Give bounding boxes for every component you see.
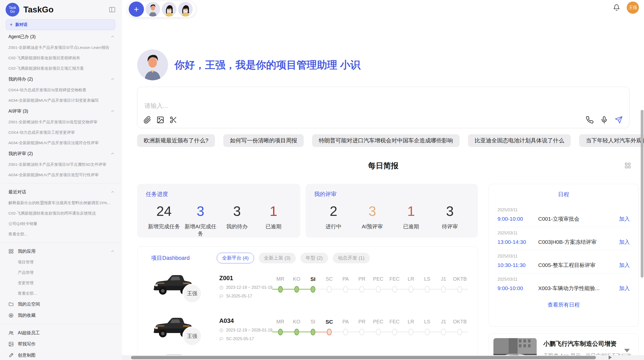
schedule-date: 2025/03/11	[497, 254, 630, 259]
image-upload-icon[interactable]	[156, 116, 164, 124]
sidebar-collapse-icon[interactable]	[109, 6, 116, 13]
sidebar-item-ai-employee[interactable]: AI超级员工	[0, 327, 121, 338]
attachment-icon[interactable]	[143, 116, 151, 124]
tab-model-year[interactable]: 年型 (2)	[300, 253, 328, 263]
suggestion-chip[interactable]: 欧洲新规最近颁布了什么?	[137, 134, 215, 147]
stat-value: 3	[219, 203, 255, 219]
notification-bell-icon[interactable]	[613, 4, 620, 11]
sidebar-item[interactable]: 变更管理	[0, 278, 121, 288]
suggestion-chip[interactable]: 比亚迪全固态电池计划具体说了什么	[468, 134, 571, 147]
schedule-time: 10:30-11:30	[497, 262, 538, 268]
milestone-node	[457, 286, 462, 293]
sidebar-item-creative-draw[interactable]: 创意制图	[0, 350, 121, 360]
stat-label: 待评审	[431, 223, 470, 230]
tab-powertrain[interactable]: 动总开发 (1)	[333, 253, 370, 263]
sidebar-item[interactable]: C0X4-动力总成开发项目SI里程碑提交物检查	[0, 85, 121, 95]
scroll-down-arrow[interactable]	[624, 349, 630, 352]
add-conversation-button[interactable]: +	[129, 2, 144, 17]
user-avatar[interactable]: 王强	[627, 2, 639, 14]
microphone-icon[interactable]	[600, 116, 608, 124]
milestone-node	[376, 286, 381, 293]
my-review-card: 我的评审 2进行中 3AI预评审 1已逾期 3待评审	[305, 184, 478, 238]
sidebar-section-header[interactable]: 我的待办 (2)	[0, 73, 121, 85]
project-dates: 2023-12-19 ~ 2027-01-19	[226, 285, 272, 290]
sidebar-item-help-write[interactable]: 帮我写作	[0, 338, 121, 350]
suggestion-chip[interactable]: 当下年轻人对汽车外观有怎样的喜好趋势	[579, 134, 644, 147]
sidebar-item-cloud-space[interactable]: 我的云空间	[0, 298, 121, 310]
suggestion-chip[interactable]: 如何写一份清晰的项目周报	[223, 134, 304, 147]
stat-label: 我的待办	[219, 223, 255, 230]
avatar[interactable]	[162, 2, 177, 17]
sidebar-item-my-apps[interactable]: 我的应用	[0, 246, 121, 257]
project-row[interactable]: 王强 Z001 2023-12-19 ~ 2027-01-19 SI-2025-…	[148, 269, 469, 313]
tab-new-body[interactable]: 全新上装 (3)	[259, 253, 296, 263]
sidebar-item-favorites[interactable]: 我的收藏	[0, 310, 121, 321]
schedule-date: 2025/03/11	[497, 231, 630, 235]
join-link[interactable]: 加入	[619, 215, 630, 222]
milestone-node	[294, 329, 299, 335]
milestone-label: SC	[321, 319, 338, 325]
vertical-scrollbar[interactable]	[641, 110, 643, 278]
sidebar-item[interactable]: 查看全部...	[0, 229, 121, 239]
sidebar-section-header[interactable]: Agent已办 (3)	[0, 31, 121, 42]
sidebar-item[interactable]: 公司Q3轻卡销量	[0, 218, 121, 229]
horizontal-scrollbar[interactable]	[131, 356, 596, 359]
milestone-label: LR	[403, 319, 419, 325]
stat-value: 2	[314, 203, 353, 219]
sidebar-item[interactable]: C02-飞腾新能源轻客改款项目里程碑画布	[0, 53, 121, 63]
sidebar-recent: 最近对话解释最新出台的欧盟报废车法规再生塑料比例被调至15%...C02-飞腾新…	[0, 186, 121, 239]
new-chat-button[interactable]: + 新对话	[6, 19, 115, 30]
milestone-node	[392, 286, 397, 293]
join-link[interactable]: 加入	[619, 285, 630, 292]
schedule-panel: 日程 2025/03/11 9:00-10:00 C001-立项审批会 加入 2…	[489, 184, 639, 327]
scissors-icon[interactable]	[169, 116, 177, 124]
join-link[interactable]: 加入	[619, 238, 630, 246]
assistant-avatar	[137, 49, 168, 80]
suggestion-chip[interactable]: 特朗普可能对进口汽车增税会对中国车企造成哪些影响	[312, 134, 460, 147]
send-icon[interactable]	[615, 116, 623, 124]
sidebar-item[interactable]: Z001-全新燃油轻卡产品开发项目SI造型提交物评审	[0, 117, 121, 127]
stat-label: 新增AI完成任务	[182, 223, 219, 237]
project-row[interactable]: 王强 A034 2023-12-19 ~ 2026-01-19 SC-2025-…	[148, 312, 469, 355]
schedule-date: 2025/03/11	[497, 277, 630, 282]
sidebar-item[interactable]: A034-全新新能源MUV产品开发项目法规符合性评审	[0, 138, 121, 148]
sidebar-section-header[interactable]: 我的评审 (2)	[0, 148, 121, 159]
milestone-node	[457, 329, 462, 335]
scroll-right-arrow[interactable]	[609, 355, 612, 359]
schedule-item: 2025/03/11 13:00-14:30 C003|H0B-方案冻结评审 加…	[497, 227, 630, 250]
phone-call-icon[interactable]	[586, 116, 594, 124]
sidebar-item[interactable]: A034-全新新能源MUV产品开发项目计划变更表编写	[0, 95, 121, 106]
milestone-node	[425, 286, 430, 293]
layout-grid-icon[interactable]	[624, 162, 631, 169]
sidebar-apps-sublist: 项目管理产品管理变更管理查看全部...	[0, 257, 121, 298]
tab-new-platform[interactable]: 全新平台 (4)	[217, 253, 254, 263]
chat-input[interactable]: 请输入...	[144, 102, 168, 110]
avatar[interactable]	[145, 2, 160, 17]
project-code: Z001	[219, 275, 233, 282]
clock-icon	[219, 286, 224, 290]
sidebar-item[interactable]: 项目管理	[0, 257, 121, 267]
sidebar-item[interactable]: 产品管理	[0, 267, 121, 278]
view-all-schedule-link[interactable]: 查看所有日程	[497, 301, 630, 308]
sidebar-item[interactable]: C0X4-动力总成开发项目工程变更评审	[0, 127, 121, 138]
sidebar-item[interactable]: Z001-全新燃油皮卡产品开发项目SI节点Lesson Learn报告	[0, 42, 121, 53]
sidebar-item[interactable]: C02-飞腾新能源轻客改款项目立项汇报方案	[0, 63, 121, 73]
milestone-label: PR	[354, 276, 370, 283]
app-title: TaskGo	[23, 5, 109, 14]
dashboard-tabs: 全新平台 (4) 全新上装 (3) 年型 (2) 动总开发 (1)	[217, 253, 370, 263]
stat-label: 已逾期	[392, 223, 431, 230]
sidebar-item[interactable]: Z001-全新燃油轻卡产品开发项目SI节点属性5D文件评审	[0, 159, 121, 170]
join-link[interactable]: 加入	[619, 262, 630, 269]
sidebar-item[interactable]: A034-全新新能源MUV产品开发项目造型可行性评审	[0, 170, 121, 180]
milestone-label: FEC	[386, 319, 403, 325]
sidebar-section-header[interactable]: 最近对话	[0, 186, 121, 198]
stat-value: 3	[353, 203, 392, 219]
milestone-label: KO	[288, 276, 305, 283]
milestone-node	[343, 329, 348, 335]
sidebar-item[interactable]: C02-飞腾新能源轻客改款项目的闭环通告反馈情况	[0, 208, 121, 218]
avatar[interactable]	[178, 2, 193, 17]
stat-value: 3	[431, 203, 470, 219]
sidebar-section-header[interactable]: AI评审 (3)	[0, 106, 121, 117]
sidebar-item[interactable]: 解释最新出台的欧盟报废车法规再生塑料比例被调至15%...	[0, 198, 121, 208]
sidebar-item[interactable]: 查看全部...	[0, 288, 121, 298]
